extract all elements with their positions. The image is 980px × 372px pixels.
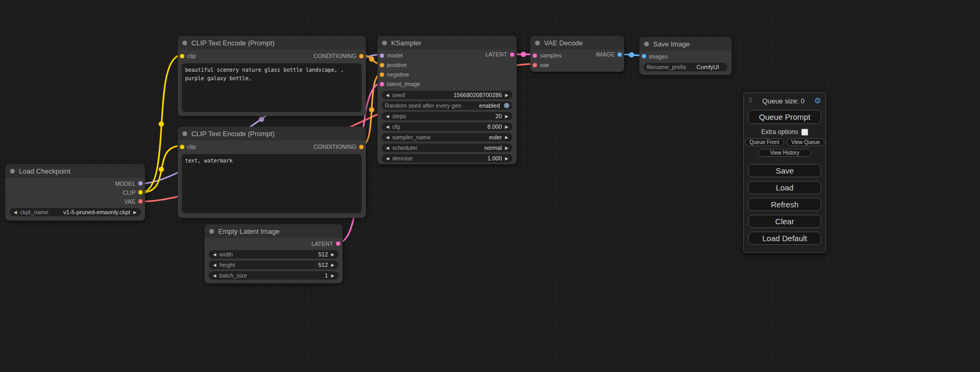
input-slot-negative[interactable]: negative: [377, 70, 517, 79]
output-slot-conditioning[interactable]: CONDITIONING: [314, 53, 364, 59]
widget-value: 156680208700286: [453, 92, 502, 98]
model-slot-dot[interactable]: [138, 181, 143, 186]
latent-slot-dot[interactable]: [336, 241, 341, 246]
comfy-menu-panel[interactable]: ⠿ Queue size: 0 ⚙ Queue Prompt Extra opt…: [743, 92, 826, 253]
decrement-arrow-icon[interactable]: ◀: [385, 125, 390, 129]
widget-batch-size[interactable]: ◀ batch_size 1 ▶: [209, 271, 338, 280]
increment-arrow-icon[interactable]: ▶: [330, 263, 335, 268]
view-history-button[interactable]: View History: [758, 149, 811, 157]
input-slot-images[interactable]: images: [639, 52, 732, 61]
model-slot-dot[interactable]: [380, 53, 384, 58]
view-queue-button[interactable]: View Queue: [787, 138, 824, 146]
decrement-arrow-icon[interactable]: ◀: [385, 156, 390, 161]
image-slot-dot[interactable]: [642, 54, 646, 59]
clip-slot-dot[interactable]: [180, 54, 185, 59]
input-slot-positive[interactable]: positive: [377, 60, 517, 70]
decrement-arrow-icon[interactable]: ◀: [385, 135, 390, 140]
refresh-button[interactable]: Refresh: [748, 198, 821, 211]
node-title-bar[interactable]: Empty Latent Image: [205, 224, 343, 238]
decrement-arrow-icon[interactable]: ◀: [212, 252, 217, 257]
toggle-indicator-dot[interactable]: [504, 103, 509, 108]
widget-filename-prefix[interactable]: filename_prefix ComfyUI: [644, 63, 727, 71]
decrement-arrow-icon[interactable]: ◀: [13, 210, 18, 215]
clip-slot-dot[interactable]: [180, 145, 185, 149]
widget-height[interactable]: ◀ height 512 ▶: [209, 261, 338, 269]
node-clip-text-encode-positive[interactable]: CLIP Text Encode (Prompt) clip CONDITION…: [178, 36, 366, 116]
widget-seed[interactable]: ◀ seed 156680208700286 ▶: [382, 91, 512, 99]
increment-arrow-icon[interactable]: ▶: [504, 146, 509, 150]
widget-scheduler[interactable]: ◀ scheduler normal ▶: [382, 144, 512, 152]
output-slot-model[interactable]: MODEL: [5, 179, 145, 188]
output-slot-conditioning[interactable]: CONDITIONING: [314, 144, 364, 150]
node-load-checkpoint[interactable]: Load Checkpoint MODEL CLIP VAE ◀ ckpt_na…: [5, 164, 145, 221]
increment-arrow-icon[interactable]: ▶: [504, 156, 509, 161]
output-slot-latent[interactable]: LATENT: [205, 239, 343, 248]
output-slot-vae[interactable]: VAE: [5, 197, 145, 206]
widget-label: Random seed after every gen: [385, 102, 461, 109]
node-title: KSampler: [391, 39, 421, 47]
output-slot-clip[interactable]: CLIP: [5, 188, 145, 197]
conditioning-slot-dot[interactable]: [380, 63, 384, 68]
node-save-image[interactable]: Save Image images filename_prefix ComfyU…: [639, 37, 732, 75]
load-button[interactable]: Load: [748, 181, 821, 194]
input-slot-clip[interactable]: clip: [180, 144, 196, 150]
widget-random-seed-toggle[interactable]: Random seed after every gen enabled: [382, 101, 512, 110]
node-ksampler[interactable]: KSampler LATENT model positive negative …: [377, 36, 517, 164]
node-title-bar[interactable]: CLIP Text Encode (Prompt): [178, 36, 366, 50]
input-slot-clip[interactable]: clip: [180, 53, 196, 59]
increment-arrow-icon[interactable]: ▶: [504, 93, 509, 98]
node-title-bar[interactable]: VAE Decode: [530, 36, 624, 50]
widget-label: batch_size: [219, 272, 247, 279]
input-slot-vae[interactable]: vae: [530, 60, 624, 70]
node-graph-canvas[interactable]: Load Checkpoint MODEL CLIP VAE ◀ ckpt_na…: [0, 0, 980, 372]
node-title: Save Image: [653, 40, 690, 48]
decrement-arrow-icon[interactable]: ◀: [385, 114, 390, 119]
increment-arrow-icon[interactable]: ▶: [330, 252, 335, 257]
node-title-bar[interactable]: Save Image: [639, 37, 732, 51]
save-button[interactable]: Save: [748, 164, 821, 177]
widget-ckpt-name[interactable]: ◀ ckpt_name v1-5-pruned-emaonly.ckpt ▶: [9, 208, 141, 216]
decrement-arrow-icon[interactable]: ◀: [385, 93, 390, 98]
vae-slot-dot[interactable]: [532, 63, 537, 68]
widget-cfg[interactable]: ◀ cfg 8.000 ▶: [382, 122, 512, 131]
increment-arrow-icon[interactable]: ▶: [504, 114, 509, 119]
decrement-arrow-icon[interactable]: ◀: [385, 146, 390, 150]
node-empty-latent-image[interactable]: Empty Latent Image LATENT ◀ width 512 ▶ …: [205, 224, 343, 283]
decrement-arrow-icon[interactable]: ◀: [212, 273, 217, 278]
conditioning-slot-dot[interactable]: [359, 145, 364, 149]
node-clip-text-encode-negative[interactable]: CLIP Text Encode (Prompt) clip CONDITION…: [178, 127, 366, 218]
conditioning-slot-dot[interactable]: [359, 54, 364, 59]
node-title-bar[interactable]: KSampler: [377, 36, 517, 50]
node-title-bar[interactable]: CLIP Text Encode (Prompt): [178, 127, 366, 140]
latent-slot-dot[interactable]: [380, 82, 384, 87]
widget-denoise[interactable]: ◀ denoise 1.000 ▶: [382, 154, 512, 163]
conditioning-slot-dot[interactable]: [380, 72, 384, 77]
negative-prompt-textarea[interactable]: text, watermark: [182, 154, 362, 213]
decrement-arrow-icon[interactable]: ◀: [212, 263, 217, 268]
extra-options-checkbox[interactable]: [801, 129, 808, 136]
output-slot-image[interactable]: IMAGE: [596, 50, 622, 59]
output-slot-latent[interactable]: LATENT: [486, 50, 515, 59]
load-default-button[interactable]: Load Default: [748, 232, 821, 245]
widget-width[interactable]: ◀ width 512 ▶: [209, 250, 338, 259]
increment-arrow-icon[interactable]: ▶: [504, 125, 509, 129]
increment-arrow-icon[interactable]: ▶: [132, 210, 138, 215]
input-slot-latent-image[interactable]: latent_image: [377, 79, 517, 89]
node-title-bar[interactable]: Load Checkpoint: [5, 164, 145, 178]
clear-button[interactable]: Clear: [748, 215, 821, 228]
queue-front-button[interactable]: Queue Front: [745, 138, 784, 146]
clip-slot-dot[interactable]: [138, 190, 143, 195]
widget-sampler-name[interactable]: ◀ sampler_name euler ▶: [382, 133, 512, 141]
node-vae-decode[interactable]: VAE Decode IMAGE samples vae: [530, 36, 624, 72]
drag-handle-icon[interactable]: ⠿: [748, 97, 753, 104]
image-slot-dot[interactable]: [617, 52, 622, 57]
increment-arrow-icon[interactable]: ▶: [330, 273, 335, 278]
vae-slot-dot[interactable]: [138, 199, 143, 204]
queue-prompt-button[interactable]: Queue Prompt: [748, 110, 821, 124]
latent-slot-dot[interactable]: [532, 53, 537, 58]
latent-slot-dot[interactable]: [510, 52, 515, 57]
widget-steps[interactable]: ◀ steps 20 ▶: [382, 112, 512, 120]
positive-prompt-textarea[interactable]: beautiful scenery nature glass bottle la…: [182, 63, 362, 112]
increment-arrow-icon[interactable]: ▶: [504, 135, 509, 140]
settings-gear-icon[interactable]: ⚙: [814, 96, 821, 106]
